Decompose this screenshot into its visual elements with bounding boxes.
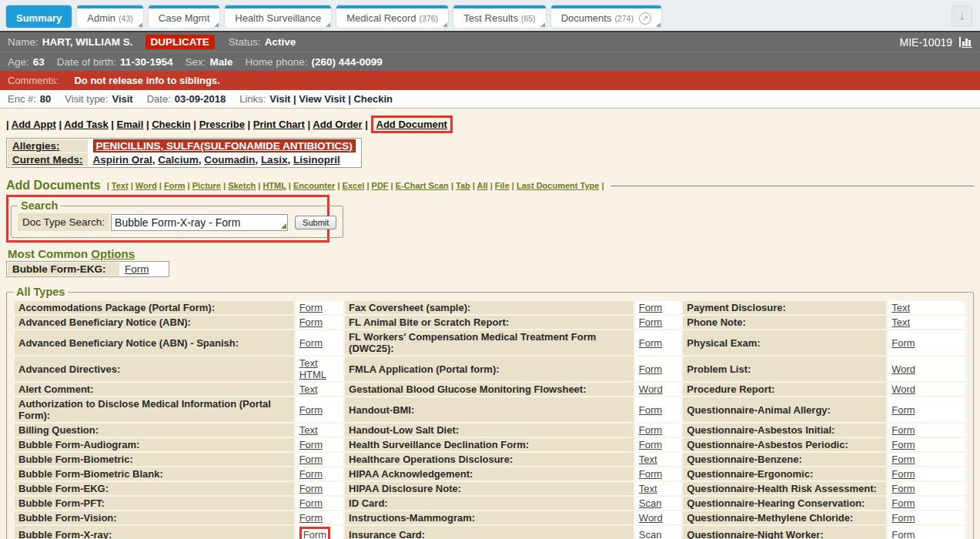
doc-link-form[interactable]: Form (639, 439, 662, 450)
doc-link-form[interactable]: Form (639, 468, 662, 480)
tab-health-surveillance[interactable]: Health Surveillance (225, 5, 331, 28)
format-link-picture[interactable]: Picture (192, 181, 221, 190)
bar-chart-icon[interactable] (959, 36, 972, 48)
format-link-sketch[interactable]: Sketch (228, 181, 256, 190)
action-link-add-task[interactable]: Add Task (64, 119, 109, 130)
doc-link-form[interactable]: Form (125, 263, 149, 275)
doc-link-form[interactable]: Form (299, 439, 323, 450)
external-link-icon[interactable]: ↗ (639, 12, 651, 25)
doc-link-form[interactable]: Form (299, 483, 323, 494)
doc-link-text[interactable]: Text (891, 302, 910, 313)
tab-summary[interactable]: Summary (6, 5, 72, 28)
format-link-tab[interactable]: Tab (456, 181, 470, 190)
doc-link-text[interactable]: Text (639, 483, 657, 494)
tab-case-mgmt[interactable]: Case Mgmt (149, 5, 219, 28)
doc-link-form[interactable]: Form (299, 512, 323, 524)
doc-link-word[interactable]: Word (891, 383, 915, 395)
doc-link-form[interactable]: Form (639, 363, 662, 375)
doc-link-text[interactable]: Text (299, 424, 318, 436)
doc-link-html[interactable]: HTML (299, 369, 326, 380)
doc-link-form[interactable]: Form (639, 302, 662, 313)
most-common-rows: Bubble Form-EKG:Form (8, 263, 168, 276)
most-common-title: Most Common Options (8, 247, 974, 260)
action-link-add-document[interactable]: Add Document (376, 119, 447, 130)
format-link-text[interactable]: Text (112, 181, 129, 190)
doc-type-link-cell: Form (888, 467, 965, 480)
doc-link-word[interactable]: Word (639, 512, 663, 524)
doc-link-form[interactable]: Form (891, 468, 915, 480)
format-link-e-chart-scan[interactable]: E-Chart Scan (396, 181, 449, 190)
format-link-html[interactable]: HTML (263, 181, 286, 190)
action-link-add-order[interactable]: Add Order (313, 119, 362, 130)
doc-link-form[interactable]: Form (299, 468, 323, 480)
duplicate-badge[interactable]: DUPLICATE (145, 35, 215, 49)
med-link-coumadin[interactable]: Coumadin (204, 154, 255, 166)
format-link-word[interactable]: Word (135, 181, 157, 190)
encounter-link-checkin[interactable]: Checkin (353, 93, 393, 105)
doc-link-form[interactable]: Form (639, 316, 662, 328)
doc-link-form[interactable]: Form (891, 483, 915, 494)
action-link-checkin[interactable]: Checkin (152, 119, 191, 130)
doc-type-link-cell: Text (296, 424, 343, 437)
doc-link-form[interactable]: Form (299, 337, 323, 349)
format-link-excel[interactable]: Excel (343, 181, 365, 190)
doc-link-form[interactable]: Form (891, 497, 915, 509)
doc-link-form[interactable]: Form (299, 527, 330, 539)
doc-link-text[interactable]: Text (299, 383, 318, 395)
tab-admin[interactable]: Admin(43) (77, 5, 143, 28)
tab-medical-record[interactable]: Medical Record(376) (336, 5, 448, 28)
doc-link-form[interactable]: Form (891, 337, 915, 349)
doc-link-scan[interactable]: Scan (639, 497, 662, 509)
doc-link-form[interactable]: Form (299, 454, 323, 465)
doc-link-form[interactable]: Form (891, 454, 915, 465)
tab-documents[interactable]: Documents(274)↗ (551, 5, 661, 28)
doc-link-form[interactable]: Form (639, 337, 662, 349)
doc-link-text[interactable]: Text (639, 454, 657, 465)
action-link-print-chart[interactable]: Print Chart (253, 119, 305, 130)
doc-link-form[interactable]: Form (891, 512, 915, 524)
doc-link-form[interactable]: Form (299, 316, 323, 328)
table-row: Bubble Form-X-ray:FormInsurance Card:Sca… (15, 526, 965, 539)
doc-link-form[interactable]: Form (891, 439, 915, 450)
doc-link-text[interactable]: Text (299, 357, 318, 369)
med-link-aspirin-oral[interactable]: Aspirin Oral (93, 154, 152, 166)
options-link[interactable]: Options (91, 247, 135, 260)
action-link-prescribe[interactable]: Prescribe (199, 119, 245, 130)
format-link-last-document-type[interactable]: Last Document Type (517, 181, 599, 190)
tab-count: (376) (420, 14, 439, 23)
encounter-link-view-visit[interactable]: View Visit (299, 93, 345, 105)
doc-link-text[interactable]: Text (891, 316, 910, 328)
tab-list: SummaryAdmin(43)Case MgmtHealth Surveill… (6, 5, 661, 28)
doc-link-word[interactable]: Word (891, 363, 915, 375)
doc-link-word[interactable]: Word (639, 383, 663, 395)
tab-label: Test Results (463, 12, 518, 24)
doc-link-form[interactable]: Form (299, 302, 323, 313)
format-link-pdf[interactable]: PDF (372, 181, 389, 190)
most-common-box: Bubble Form-EKG:Form (6, 261, 169, 277)
format-link-encounter[interactable]: Encounter (293, 181, 335, 190)
doc-link-scan[interactable]: Scan (639, 529, 662, 539)
doc-link-form[interactable]: Form (299, 497, 323, 509)
allergies-link[interactable]: Allergies: (12, 140, 60, 152)
doc-type-search-input[interactable] (111, 214, 288, 231)
format-link-form[interactable]: Form (164, 181, 186, 190)
format-link-file[interactable]: File (495, 181, 510, 190)
doc-link-form[interactable]: Form (639, 424, 662, 436)
med-link-calcium[interactable]: Calcium (158, 154, 199, 166)
allergy-value-link[interactable]: PENICILLINS, SULFA(SULFONAMIDE ANTIBIOTI… (93, 139, 356, 152)
doc-link-form[interactable]: Form (891, 404, 915, 416)
doc-link-form[interactable]: Form (891, 529, 915, 539)
action-link-email[interactable]: Email (117, 119, 144, 130)
med-link-lasix[interactable]: Lasix (261, 154, 288, 166)
med-link-lisinopril[interactable]: Lisinopril (293, 154, 340, 166)
encounter-link-visit[interactable]: Visit (269, 93, 290, 105)
download-arrow-icon[interactable]: ↓ (952, 5, 972, 27)
tab-test-results[interactable]: Test Results(65) (453, 5, 546, 28)
format-link-all[interactable]: All (477, 181, 488, 190)
doc-link-form[interactable]: Form (891, 424, 915, 436)
doc-link-form[interactable]: Form (299, 404, 323, 416)
submit-button[interactable]: Submit (295, 216, 336, 229)
doc-link-form[interactable]: Form (639, 404, 662, 416)
current-meds-link[interactable]: Current Meds: (12, 154, 83, 166)
action-link-add-appt[interactable]: Add Appt (12, 119, 56, 130)
